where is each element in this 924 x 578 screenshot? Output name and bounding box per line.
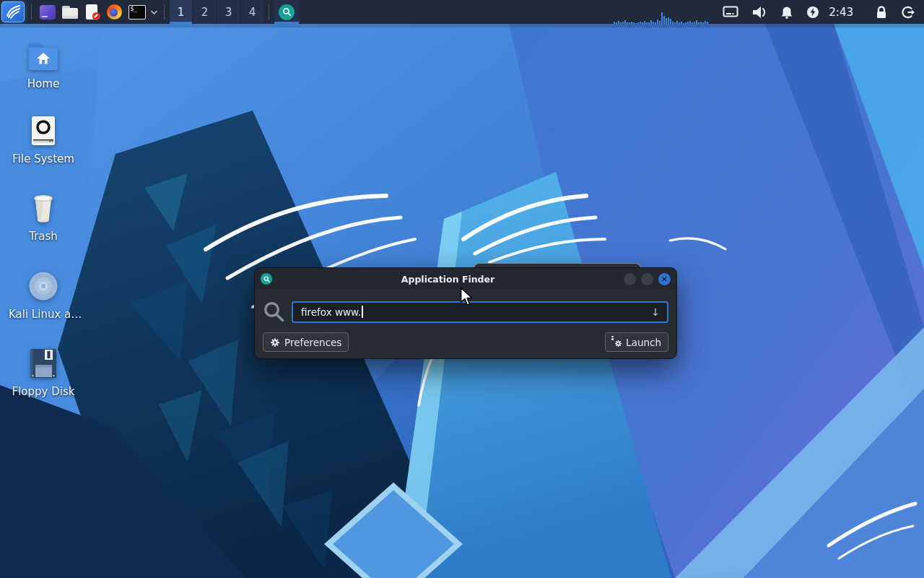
text-editor-icon [86,4,99,20]
logout-button[interactable] [901,6,915,19]
desktop-icon-label: Floppy Disk [9,385,78,398]
file-manager-icon [62,6,78,19]
firefox-icon [107,4,122,20]
maximize-button[interactable] [641,273,653,285]
titlebar[interactable]: Application Finder ✕ [255,268,676,290]
top-panel: $_ 1 2 3 4 [0,0,924,24]
terminal-icon: $_ [128,5,146,20]
file-manager-launcher[interactable] [58,0,81,24]
display-tray-button[interactable] [723,6,738,19]
application-finder-magnifier-icon [261,273,272,285]
desktop-icon-label: File System [9,152,78,165]
power-manager-tray-button[interactable] [806,6,819,19]
panel-separator [31,4,32,20]
text-editor-launcher[interactable] [81,0,103,24]
workspace-label: 3 [225,6,232,19]
desktop-icon-label: Home [9,77,78,90]
desktop-icon-home[interactable]: Home [9,39,78,90]
close-icon: ✕ [661,275,668,283]
notifications-tray-button[interactable] [780,6,793,19]
terminal-purple-launcher[interactable] [36,0,58,24]
dropdown-arrow-icon[interactable]: ↓ [651,306,660,318]
desktop-icon-label: Kali Linux a… [9,308,78,321]
logout-icon [901,6,915,19]
window-title: Application Finder [272,274,624,285]
terminal-purple-icon [40,5,56,20]
workspace-label: 4 [249,6,256,19]
desktop-icon-kali-cd[interactable]: Kali Linux a… [9,269,78,321]
search-input[interactable]: firefox www. ↓ [292,301,668,323]
application-finder-magnifier-icon [279,4,295,20]
cpu-graph[interactable] [614,0,709,24]
desktop-icon-label: Trash [9,230,78,243]
system-tray: 2:43 [614,0,924,24]
volume-tray-button[interactable] [751,6,767,19]
floppy-disk-icon [9,347,78,379]
launch-label: Launch [626,337,661,348]
kali-logo-icon [4,2,22,22]
preferences-label: Preferences [284,337,341,348]
panel-clock[interactable]: 2:43 [829,6,853,19]
desktop-icon-trash[interactable]: Trash [9,191,78,243]
gear-icon [270,337,280,348]
terminal-launcher[interactable]: $_ [126,0,148,24]
desktop-icon-floppy[interactable]: Floppy Disk [9,347,78,398]
application-finder-window: Application Finder ✕ firefox www. ↓ [254,267,677,359]
workspace-label: 1 [178,6,185,19]
search-icon [263,301,285,323]
launcher-chevron-button[interactable] [148,0,160,24]
panel-separator [269,4,269,20]
application-finder-taskbar-button[interactable] [274,0,299,24]
preferences-button[interactable]: Preferences [263,332,349,352]
display-icon [723,6,738,19]
lock-icon [875,5,888,20]
panel-separator [164,4,165,20]
power-manager-icon [806,6,819,19]
workspace-button-2[interactable]: 2 [193,0,216,24]
text-caret [362,306,363,318]
launch-icon [612,337,622,348]
hard-drive-icon [9,114,78,146]
close-button[interactable]: ✕ [658,273,671,285]
workspace-button-3[interactable]: 3 [217,0,240,24]
volume-icon [751,6,767,19]
launch-button[interactable]: Launch [605,332,668,352]
lock-screen-button[interactable] [875,5,888,20]
workspace-button-4[interactable]: 4 [241,0,263,24]
trash-icon [9,191,78,223]
firefox-launcher[interactable] [103,0,126,24]
workspace-button-1[interactable]: 1 [170,0,192,24]
kali-menu-button[interactable] [1,1,25,22]
home-folder-icon [9,39,78,71]
chevron-down-icon [150,9,158,15]
optical-disc-icon [9,269,78,301]
desktop-icon-file-system[interactable]: File System [9,114,78,165]
notifications-bell-icon [780,6,793,19]
search-input-value: firefox www. [301,306,361,318]
workspace-label: 2 [201,6,209,19]
minimize-button[interactable] [624,273,636,285]
